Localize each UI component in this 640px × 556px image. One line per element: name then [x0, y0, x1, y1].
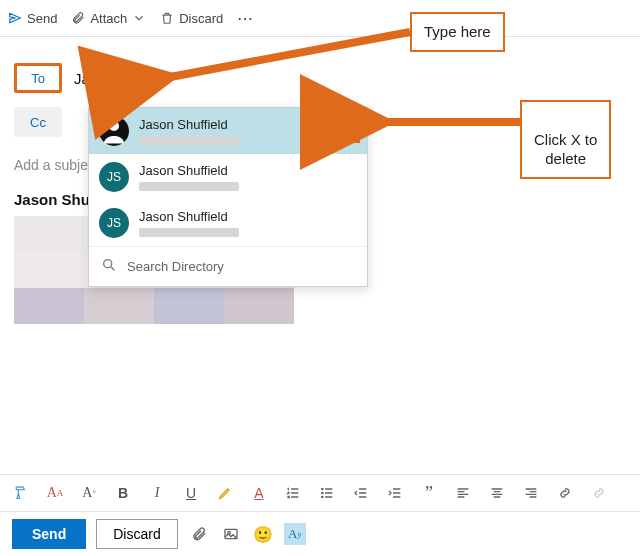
- suggestion-item[interactable]: JS Jason Shuffield: [89, 154, 367, 200]
- remove-suggestion-button[interactable]: [339, 122, 357, 140]
- divider: [0, 36, 640, 37]
- suggestion-name: Jason Shuffield: [139, 117, 329, 132]
- annotation-type-here: Type here: [410, 12, 505, 52]
- format-painter-icon[interactable]: [10, 482, 32, 504]
- align-center-button[interactable]: [486, 482, 508, 504]
- svg-point-2: [322, 488, 323, 489]
- annotation-text: Click X to delete: [534, 131, 597, 168]
- italic-button[interactable]: I: [146, 482, 168, 504]
- avatar: [99, 116, 129, 146]
- attach-icon[interactable]: [188, 523, 210, 545]
- avatar: JS: [99, 162, 129, 192]
- search-directory-label: Search Directory: [127, 259, 224, 274]
- to-input[interactable]: [74, 70, 234, 87]
- highlight-button[interactable]: [214, 482, 236, 504]
- accessibility-icon[interactable]: Ay: [284, 523, 306, 545]
- search-directory[interactable]: Search Directory: [89, 247, 367, 286]
- formatting-toolbar: AA A° B I U A ”: [0, 474, 640, 512]
- suggestion-item[interactable]: Jason Shuffield: [89, 108, 367, 154]
- svg-point-3: [322, 492, 323, 493]
- paperclip-icon: [71, 11, 85, 25]
- suggestion-name: Jason Shuffield: [139, 209, 357, 224]
- svg-point-4: [322, 496, 323, 497]
- bullet-list-button[interactable]: [316, 482, 338, 504]
- more-action[interactable]: ⋯: [237, 9, 255, 28]
- bold-button[interactable]: B: [112, 482, 134, 504]
- attach-action[interactable]: Attach: [71, 11, 146, 26]
- to-button[interactable]: To: [14, 63, 62, 93]
- cc-label: Cc: [30, 115, 46, 130]
- numbered-list-button[interactable]: [282, 482, 304, 504]
- search-icon: [101, 257, 117, 276]
- underline-button[interactable]: U: [180, 482, 202, 504]
- quote-button[interactable]: ”: [418, 482, 440, 504]
- align-left-button[interactable]: [452, 482, 474, 504]
- send-button[interactable]: Send: [12, 519, 86, 549]
- discard-action[interactable]: Discard: [160, 11, 223, 26]
- send-icon: [8, 11, 22, 25]
- suggestion-subtext: [139, 182, 239, 191]
- send-label: Send: [27, 11, 57, 26]
- outdent-button[interactable]: [350, 482, 372, 504]
- top-toolbar: Send Attach Discard ⋯: [0, 0, 640, 36]
- cc-button[interactable]: Cc: [14, 107, 62, 137]
- trash-icon: [160, 11, 174, 25]
- discard-label: Discard: [179, 11, 223, 26]
- suggestion-subtext: [139, 228, 239, 237]
- picture-icon[interactable]: [220, 523, 242, 545]
- avatar: JS: [99, 208, 129, 238]
- to-label: To: [31, 71, 45, 86]
- contact-suggestions: Jason Shuffield JS Jason Shuffield JS Ja…: [88, 107, 368, 287]
- svg-point-0: [109, 121, 119, 131]
- chevron-down-icon: [132, 11, 146, 25]
- svg-point-1: [104, 260, 112, 268]
- suggestion-subtext: [139, 136, 239, 145]
- font-size-down-icon[interactable]: A°: [78, 482, 100, 504]
- unlink-button[interactable]: [588, 482, 610, 504]
- emoji-icon[interactable]: 🙂: [252, 523, 274, 545]
- ellipsis-icon: ⋯: [237, 9, 255, 28]
- indent-button[interactable]: [384, 482, 406, 504]
- suggestion-item[interactable]: JS Jason Shuffield: [89, 200, 367, 246]
- align-right-button[interactable]: [520, 482, 542, 504]
- discard-button[interactable]: Discard: [96, 519, 177, 549]
- attach-label: Attach: [90, 11, 127, 26]
- annotation-text: Type here: [424, 23, 491, 40]
- font-color-button[interactable]: A: [248, 482, 270, 504]
- font-size-up-icon[interactable]: AA: [44, 482, 66, 504]
- compose-area: To Cc Add a subject Jason Shuffield: [0, 53, 640, 324]
- annotation-click-x: Click X to delete: [520, 100, 611, 179]
- send-action[interactable]: Send: [8, 11, 57, 26]
- bottom-action-bar: Send Discard 🙂 Ay: [0, 512, 640, 556]
- link-button[interactable]: [554, 482, 576, 504]
- suggestion-name: Jason Shuffield: [139, 163, 357, 178]
